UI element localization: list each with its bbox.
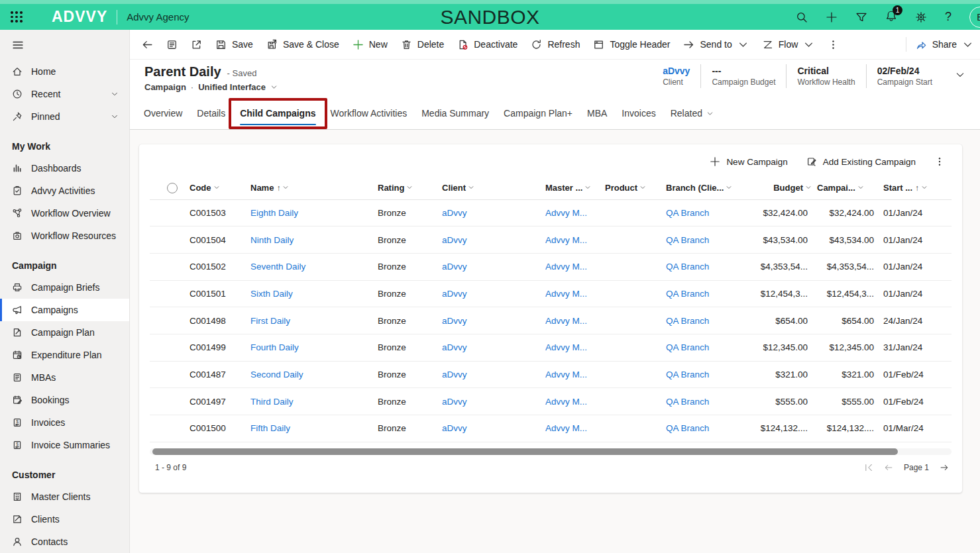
sidebar-item-pinned[interactable]: Pinned — [0, 105, 129, 128]
cell-branch-link[interactable]: QA Branch — [663, 388, 751, 415]
delete-button[interactable]: Delete — [394, 34, 451, 55]
column-header-master[interactable]: Master ... — [543, 176, 602, 199]
sidebar-item-campaign-plan[interactable]: Campaign Plan — [0, 321, 129, 344]
column-header-product[interactable]: Product — [602, 176, 663, 199]
tab-invoices[interactable]: Invoices — [614, 97, 663, 129]
more-commands-button[interactable] — [821, 34, 845, 55]
cell-branch-link[interactable]: QA Branch — [663, 415, 751, 442]
sidebar-item-advvy-activities[interactable]: Advvy Activities — [0, 179, 129, 202]
row-select-cell[interactable] — [150, 226, 187, 254]
search-icon[interactable] — [796, 11, 808, 23]
advvy-logo[interactable]: ADVVY — [52, 8, 107, 26]
row-select-cell[interactable] — [150, 199, 187, 226]
notifications-button[interactable]: 1 — [885, 10, 897, 25]
table-row[interactable]: C001500 Fifth Daily Bronze aDvvy Advvy M… — [150, 415, 952, 442]
column-header-name[interactable]: Name↑ — [248, 176, 375, 199]
sidebar-item-contacts[interactable]: Contacts — [0, 530, 129, 553]
cell-branch-link[interactable]: QA Branch — [663, 253, 751, 280]
table-row[interactable]: C001502 Seventh Daily Bronze aDvvy Advvy… — [150, 253, 952, 280]
cell-name-link[interactable]: Second Daily — [248, 361, 375, 388]
filter-icon[interactable] — [855, 11, 867, 23]
row-select-cell[interactable] — [150, 361, 187, 388]
cell-branch-link[interactable]: QA Branch — [663, 226, 751, 254]
deactivate-button[interactable]: Deactivate — [451, 34, 524, 55]
cell-name-link[interactable]: Fifth Daily — [248, 415, 375, 442]
sidebar-item-workflow-overview[interactable]: Workflow Overview — [0, 202, 129, 225]
app-name[interactable]: Advvy Agency — [127, 11, 189, 23]
refresh-button[interactable]: Refresh — [524, 34, 586, 55]
sidebar-item-recent[interactable]: Recent — [0, 83, 129, 105]
table-row[interactable]: C001501 Sixth Daily Bronze aDvvy Advvy M… — [150, 280, 952, 307]
toggle-header-button[interactable]: Toggle Header — [586, 34, 677, 55]
sidebar-item-home[interactable]: Home — [0, 60, 129, 83]
cell-master-link[interactable]: Advvy M... — [543, 388, 602, 415]
sidebar-item-clients[interactable]: Clients — [0, 508, 129, 530]
sidebar-item-campaign-briefs[interactable]: Campaign Briefs — [0, 276, 129, 299]
settings-gear-icon[interactable] — [915, 11, 927, 23]
back-button[interactable] — [135, 34, 160, 55]
quick-create-plus-icon[interactable] — [826, 11, 838, 23]
cell-client-link[interactable]: aDvvy — [439, 388, 543, 415]
cell-master-link[interactable]: Advvy M... — [543, 280, 602, 307]
send-to-button[interactable]: Send to — [677, 34, 755, 55]
cell-client-link[interactable]: aDvvy — [439, 226, 543, 254]
cell-name-link[interactable]: Third Daily — [248, 388, 375, 415]
cell-branch-link[interactable]: QA Branch — [663, 334, 751, 361]
cell-name-link[interactable]: Eighth Daily — [248, 199, 375, 226]
chevron-down-icon[interactable] — [111, 113, 119, 121]
cell-client-link[interactable]: aDvvy — [439, 415, 543, 442]
cell-name-link[interactable]: Ninth Daily — [248, 226, 375, 254]
sidebar-item-mbas[interactable]: MBAs — [0, 366, 129, 389]
row-select-cell[interactable] — [150, 253, 187, 280]
column-header-branch[interactable]: Branch (Clie... — [663, 176, 751, 199]
horizontal-scrollbar[interactable] — [150, 448, 952, 455]
row-select-cell[interactable] — [150, 280, 187, 307]
tab-mba[interactable]: MBA — [580, 97, 614, 129]
sidebar-item-workflow-resources[interactable]: Workflow Resources — [0, 225, 129, 247]
cell-name-link[interactable]: Seventh Daily — [248, 253, 375, 280]
open-in-new-window-button[interactable] — [184, 34, 209, 55]
select-all-radio[interactable] — [167, 183, 178, 193]
column-header-client[interactable]: Client — [439, 176, 543, 199]
cell-branch-link[interactable]: QA Branch — [663, 361, 751, 388]
row-select-cell[interactable] — [150, 388, 187, 415]
column-header-start[interactable]: Start ...↑ — [881, 176, 952, 199]
tab-related[interactable]: Related — [663, 97, 721, 129]
table-row[interactable]: C001487 Second Daily Bronze aDvvy Advvy … — [150, 361, 952, 388]
show-chart-form-button[interactable] — [160, 34, 184, 55]
cell-client-link[interactable]: aDvvy — [439, 361, 543, 388]
cell-branch-link[interactable]: QA Branch — [663, 199, 751, 226]
column-header-code[interactable]: Code — [187, 176, 248, 199]
collapse-header-chevron-icon[interactable] — [955, 70, 965, 80]
column-header-rating[interactable]: Rating — [375, 176, 439, 199]
cell-master-link[interactable]: Advvy M... — [543, 415, 602, 442]
chevron-down-icon[interactable] — [111, 90, 119, 98]
sidebar-item-invoice-summaries[interactable]: Invoice Summaries — [0, 434, 129, 456]
column-header-campaign-budget[interactable]: Campai... — [814, 176, 881, 199]
save-button[interactable]: Save — [209, 34, 260, 55]
row-select-cell[interactable] — [150, 334, 187, 361]
flow-button[interactable]: Flow — [755, 34, 822, 55]
cell-client-link[interactable]: aDvvy — [439, 334, 543, 361]
table-row[interactable]: C001498 First Daily Bronze aDvvy Advvy M… — [150, 307, 952, 334]
sidebar-item-master-clients[interactable]: Master Clients — [0, 485, 129, 508]
cell-master-link[interactable]: Advvy M... — [543, 253, 602, 280]
tab-campaign-plan-plus[interactable]: Campaign Plan+ — [496, 97, 580, 129]
cell-master-link[interactable]: Advvy M... — [543, 199, 602, 226]
sidebar-item-campaigns[interactable]: Campaigns — [0, 299, 129, 321]
new-campaign-button[interactable]: New Campaign — [702, 151, 795, 172]
tab-details[interactable]: Details — [190, 97, 233, 129]
cell-client-link[interactable]: aDvvy — [439, 199, 543, 226]
tab-overview[interactable]: Overview — [136, 97, 190, 129]
tab-media-summary[interactable]: Media Summary — [414, 97, 496, 129]
cell-client-link[interactable]: aDvvy — [439, 253, 543, 280]
tab-child-campaigns[interactable]: Child Campaigns — [233, 97, 323, 129]
table-row[interactable]: C001499 Fourth Daily Bronze aDvvy Advvy … — [150, 334, 952, 361]
client-lookup-link[interactable]: aDvvy — [663, 66, 690, 76]
cell-branch-link[interactable]: QA Branch — [663, 280, 751, 307]
new-button[interactable]: New — [346, 34, 394, 55]
sidebar-item-dashboards[interactable]: Dashboards — [0, 157, 129, 179]
cell-client-link[interactable]: aDvvy — [439, 307, 543, 334]
column-header-budget[interactable]: Budget — [751, 176, 814, 199]
tab-workflow-activities[interactable]: Workflow Activities — [323, 97, 415, 129]
